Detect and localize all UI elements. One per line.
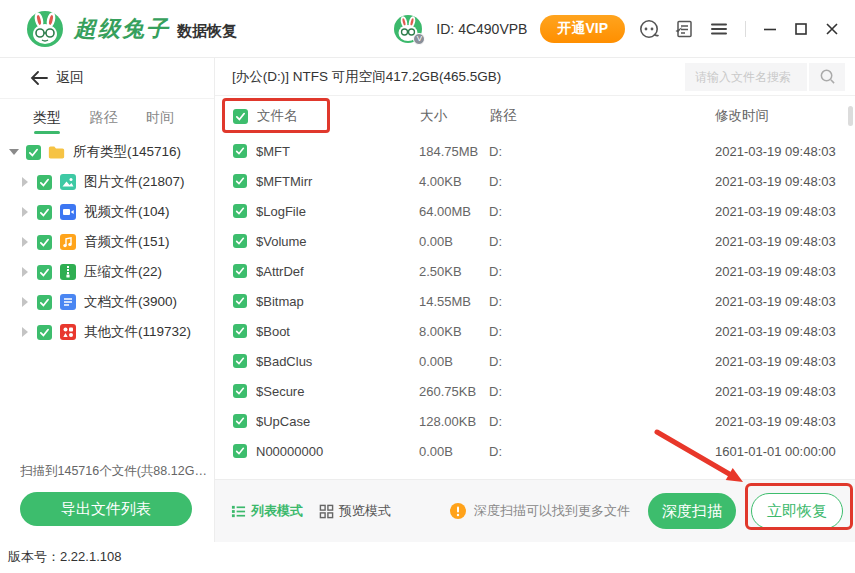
brand-subtitle: 数据恢复 [177, 22, 237, 41]
table-row[interactable]: $Secure 260.75KB D: 2021-03-19 09:48:03 [215, 376, 855, 406]
table-row[interactable]: $UpCase 128.00KB D: 2021-03-19 09:48:03 [215, 406, 855, 436]
other-icon [59, 324, 76, 341]
row-checkbox-checked[interactable] [233, 204, 247, 218]
row-checkbox-checked[interactable] [233, 234, 247, 248]
tree-checkbox-checked[interactable] [37, 235, 52, 250]
tree-checkbox-checked[interactable] [37, 205, 52, 220]
search-input[interactable] [685, 63, 807, 91]
tree-item[interactable]: 所有类型(145716) [0, 137, 214, 167]
cell-modified: 2021-03-19 09:48:03 [715, 174, 845, 189]
expand-arrow-icon[interactable] [8, 149, 20, 155]
cell-path: D: [489, 144, 715, 159]
expand-arrow-icon[interactable] [19, 177, 31, 187]
partition-info: [办公(D:)] NTFS 可用空间417.2GB(465.5GB) [232, 68, 501, 86]
expand-arrow-icon[interactable] [19, 267, 31, 277]
row-checkbox-checked[interactable] [233, 414, 247, 428]
cell-modified: 2021-03-19 09:48:03 [715, 144, 845, 159]
row-checkbox-checked[interactable] [233, 354, 247, 368]
column-header-name[interactable]: 文件名 [257, 107, 420, 125]
sidebar-tab-时间[interactable]: 时间 [146, 99, 174, 137]
table-row[interactable]: $MFTMirr 4.00KB D: 2021-03-19 09:48:03 [215, 166, 855, 196]
cell-size: 2.50KB [419, 264, 489, 279]
row-checkbox-checked[interactable] [233, 144, 247, 158]
export-file-list-button[interactable]: 导出文件列表 [20, 492, 192, 526]
tree-item[interactable]: 文档文件(3900) [0, 287, 214, 317]
table-row[interactable]: $Volume 0.00B D: 2021-03-19 09:48:03 [215, 226, 855, 256]
cell-filename: $Secure [256, 384, 419, 399]
cell-path: D: [489, 234, 715, 249]
cell-size: 14.55MB [419, 294, 489, 309]
tree-item[interactable]: 音频文件(151) [0, 227, 214, 257]
row-checkbox-checked[interactable] [233, 324, 247, 338]
cell-filename: $Bitmap [256, 294, 419, 309]
preview-mode-icon [319, 504, 334, 519]
feedback-icon[interactable] [673, 18, 695, 40]
customer-service-icon[interactable] [638, 18, 660, 40]
sidebar-tabs: 类型 路径 时间 [0, 99, 214, 137]
tree-item[interactable]: 其他文件(119732) [0, 317, 214, 347]
menu-icon[interactable] [708, 18, 730, 40]
tree-checkbox-checked[interactable] [26, 145, 41, 160]
expand-arrow-icon[interactable] [19, 327, 31, 337]
row-checkbox-checked[interactable] [233, 384, 247, 398]
tree-checkbox-checked[interactable] [37, 295, 52, 310]
close-button[interactable] [823, 20, 841, 38]
expand-arrow-icon[interactable] [19, 237, 31, 247]
cell-modified: 2021-03-19 09:48:03 [715, 324, 845, 339]
maximize-button[interactable] [792, 20, 810, 38]
list-mode-toggle[interactable]: 列表模式 [231, 502, 303, 520]
recover-now-button[interactable]: 立即恢复 [751, 493, 843, 529]
table-scrollbar[interactable] [848, 106, 853, 126]
cell-filename: $LogFile [256, 204, 419, 219]
tree-item[interactable]: 视频文件(104) [0, 197, 214, 227]
search-button[interactable] [809, 63, 845, 91]
preview-mode-toggle[interactable]: 预览模式 [319, 502, 391, 520]
table-row[interactable]: $Bitmap 14.55MB D: 2021-03-19 09:48:03 [215, 286, 855, 316]
table-row[interactable]: $MFT 184.75MB D: 2021-03-19 09:48:03 [215, 136, 855, 166]
table-row[interactable]: $AttrDef 2.50KB D: 2021-03-19 09:48:03 [215, 256, 855, 286]
table-row[interactable]: N00000000 0.00B D: 1601-01-01 00:00:00 [215, 436, 855, 466]
sidebar-tab-类型[interactable]: 类型 [33, 99, 61, 137]
row-checkbox-checked[interactable] [233, 174, 247, 188]
row-checkbox-checked[interactable] [233, 294, 247, 308]
tree-item-label: 所有类型(145716) [73, 143, 181, 161]
tree-item[interactable]: 图片文件(21807) [0, 167, 214, 197]
cell-modified: 2021-03-19 09:48:03 [715, 234, 845, 249]
column-header-path[interactable]: 路径 [490, 107, 715, 125]
cell-size: 260.75KB [419, 384, 489, 399]
cell-size: 4.00KB [419, 174, 489, 189]
open-vip-button[interactable]: 开通VIP [540, 15, 625, 43]
row-checkbox-checked[interactable] [233, 444, 247, 458]
tree-item-label: 其他文件(119732) [84, 323, 191, 341]
table-row[interactable]: $LogFile 64.00MB D: 2021-03-19 09:48:03 [215, 196, 855, 226]
deep-scan-hint: 深度扫描可以找到更多文件 [474, 502, 630, 520]
tree-item[interactable]: 压缩文件(22) [0, 257, 214, 287]
column-header-size[interactable]: 大小 [420, 107, 490, 125]
row-checkbox-checked[interactable] [233, 264, 247, 278]
table-row[interactable]: $Boot 8.00KB D: 2021-03-19 09:48:03 [215, 316, 855, 346]
expand-arrow-icon[interactable] [19, 207, 31, 217]
cell-modified: 2021-03-19 09:48:03 [715, 204, 845, 219]
tree-checkbox-checked[interactable] [37, 325, 52, 340]
cell-filename: $Volume [256, 234, 419, 249]
cell-filename: $MFT [256, 144, 419, 159]
back-arrow-icon [30, 71, 48, 85]
table-row[interactable]: $BadClus 0.00B D: 2021-03-19 09:48:03 [215, 346, 855, 376]
back-button[interactable]: 返回 [0, 58, 214, 99]
sidebar-tab-路径[interactable]: 路径 [90, 99, 118, 137]
tree-item-label: 音频文件(151) [84, 233, 170, 251]
column-header-modified[interactable]: 修改时间 [715, 107, 845, 125]
minimize-button[interactable] [761, 20, 779, 38]
archive-icon [59, 264, 76, 281]
search-box [685, 63, 845, 91]
main-panel: [办公(D:)] NTFS 可用空间417.2GB(465.5GB) 文件名 [215, 58, 855, 542]
vip-level-badge: V [413, 33, 425, 45]
deep-scan-button[interactable]: 深度扫描 [648, 493, 736, 529]
cell-path: D: [489, 384, 715, 399]
expand-arrow-icon[interactable] [19, 297, 31, 307]
tree-checkbox-checked[interactable] [37, 175, 52, 190]
user-avatar[interactable]: V [393, 14, 423, 44]
tree-item-label: 压缩文件(22) [84, 263, 162, 281]
tree-checkbox-checked[interactable] [37, 265, 52, 280]
select-all-checkbox[interactable] [233, 109, 248, 124]
